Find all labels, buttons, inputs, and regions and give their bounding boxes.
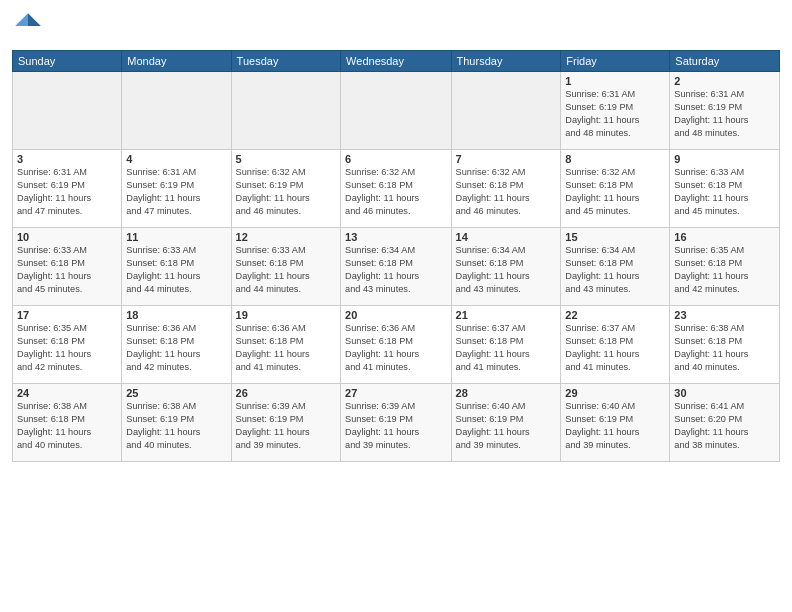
weekday-header-row: SundayMondayTuesdayWednesdayThursdayFrid… xyxy=(13,51,780,72)
day-cell: 19Sunrise: 6:36 AM Sunset: 6:18 PM Dayli… xyxy=(231,306,341,384)
day-info: Sunrise: 6:31 AM Sunset: 6:19 PM Dayligh… xyxy=(17,166,117,218)
day-number: 3 xyxy=(17,153,117,165)
day-number: 2 xyxy=(674,75,775,87)
day-cell: 9Sunrise: 6:33 AM Sunset: 6:18 PM Daylig… xyxy=(670,150,780,228)
day-cell: 17Sunrise: 6:35 AM Sunset: 6:18 PM Dayli… xyxy=(13,306,122,384)
week-row-2: 3Sunrise: 6:31 AM Sunset: 6:19 PM Daylig… xyxy=(13,150,780,228)
day-info: Sunrise: 6:39 AM Sunset: 6:19 PM Dayligh… xyxy=(236,400,337,452)
page-container: SundayMondayTuesdayWednesdayThursdayFrid… xyxy=(0,0,792,470)
day-info: Sunrise: 6:37 AM Sunset: 6:18 PM Dayligh… xyxy=(456,322,557,374)
day-info: Sunrise: 6:41 AM Sunset: 6:20 PM Dayligh… xyxy=(674,400,775,452)
day-info: Sunrise: 6:34 AM Sunset: 6:18 PM Dayligh… xyxy=(456,244,557,296)
day-number: 30 xyxy=(674,387,775,399)
day-cell: 6Sunrise: 6:32 AM Sunset: 6:18 PM Daylig… xyxy=(341,150,451,228)
day-cell: 28Sunrise: 6:40 AM Sunset: 6:19 PM Dayli… xyxy=(451,384,561,462)
day-number: 6 xyxy=(345,153,446,165)
day-info: Sunrise: 6:36 AM Sunset: 6:18 PM Dayligh… xyxy=(345,322,446,374)
weekday-header-saturday: Saturday xyxy=(670,51,780,72)
day-info: Sunrise: 6:33 AM Sunset: 6:18 PM Dayligh… xyxy=(236,244,337,296)
day-number: 17 xyxy=(17,309,117,321)
day-info: Sunrise: 6:40 AM Sunset: 6:19 PM Dayligh… xyxy=(456,400,557,452)
svg-marker-0 xyxy=(28,13,41,26)
day-cell: 8Sunrise: 6:32 AM Sunset: 6:18 PM Daylig… xyxy=(561,150,670,228)
day-info: Sunrise: 6:36 AM Sunset: 6:18 PM Dayligh… xyxy=(126,322,226,374)
day-cell xyxy=(13,72,122,150)
day-number: 29 xyxy=(565,387,665,399)
day-info: Sunrise: 6:31 AM Sunset: 6:19 PM Dayligh… xyxy=(126,166,226,218)
day-info: Sunrise: 6:34 AM Sunset: 6:18 PM Dayligh… xyxy=(345,244,446,296)
day-number: 1 xyxy=(565,75,665,87)
day-cell: 12Sunrise: 6:33 AM Sunset: 6:18 PM Dayli… xyxy=(231,228,341,306)
day-info: Sunrise: 6:38 AM Sunset: 6:19 PM Dayligh… xyxy=(126,400,226,452)
week-row-3: 10Sunrise: 6:33 AM Sunset: 6:18 PM Dayli… xyxy=(13,228,780,306)
weekday-header-wednesday: Wednesday xyxy=(341,51,451,72)
weekday-header-monday: Monday xyxy=(122,51,231,72)
week-row-5: 24Sunrise: 6:38 AM Sunset: 6:18 PM Dayli… xyxy=(13,384,780,462)
day-info: Sunrise: 6:31 AM Sunset: 6:19 PM Dayligh… xyxy=(674,88,775,140)
day-cell: 20Sunrise: 6:36 AM Sunset: 6:18 PM Dayli… xyxy=(341,306,451,384)
day-cell: 13Sunrise: 6:34 AM Sunset: 6:18 PM Dayli… xyxy=(341,228,451,306)
day-cell: 3Sunrise: 6:31 AM Sunset: 6:19 PM Daylig… xyxy=(13,150,122,228)
day-info: Sunrise: 6:35 AM Sunset: 6:18 PM Dayligh… xyxy=(674,244,775,296)
week-row-4: 17Sunrise: 6:35 AM Sunset: 6:18 PM Dayli… xyxy=(13,306,780,384)
day-cell: 23Sunrise: 6:38 AM Sunset: 6:18 PM Dayli… xyxy=(670,306,780,384)
day-cell: 21Sunrise: 6:37 AM Sunset: 6:18 PM Dayli… xyxy=(451,306,561,384)
day-number: 5 xyxy=(236,153,337,165)
week-row-1: 1Sunrise: 6:31 AM Sunset: 6:19 PM Daylig… xyxy=(13,72,780,150)
day-info: Sunrise: 6:31 AM Sunset: 6:19 PM Dayligh… xyxy=(565,88,665,140)
day-number: 16 xyxy=(674,231,775,243)
day-cell: 7Sunrise: 6:32 AM Sunset: 6:18 PM Daylig… xyxy=(451,150,561,228)
day-number: 19 xyxy=(236,309,337,321)
day-number: 8 xyxy=(565,153,665,165)
day-number: 11 xyxy=(126,231,226,243)
logo xyxy=(12,10,46,42)
day-cell: 2Sunrise: 6:31 AM Sunset: 6:19 PM Daylig… xyxy=(670,72,780,150)
calendar-table: SundayMondayTuesdayWednesdayThursdayFrid… xyxy=(12,50,780,462)
day-number: 10 xyxy=(17,231,117,243)
day-number: 21 xyxy=(456,309,557,321)
day-cell: 15Sunrise: 6:34 AM Sunset: 6:18 PM Dayli… xyxy=(561,228,670,306)
day-info: Sunrise: 6:32 AM Sunset: 6:18 PM Dayligh… xyxy=(345,166,446,218)
day-number: 7 xyxy=(456,153,557,165)
day-info: Sunrise: 6:32 AM Sunset: 6:19 PM Dayligh… xyxy=(236,166,337,218)
day-cell: 11Sunrise: 6:33 AM Sunset: 6:18 PM Dayli… xyxy=(122,228,231,306)
day-number: 15 xyxy=(565,231,665,243)
day-cell: 14Sunrise: 6:34 AM Sunset: 6:18 PM Dayli… xyxy=(451,228,561,306)
logo-icon xyxy=(12,10,44,42)
header xyxy=(12,10,780,42)
day-info: Sunrise: 6:38 AM Sunset: 6:18 PM Dayligh… xyxy=(17,400,117,452)
day-cell: 1Sunrise: 6:31 AM Sunset: 6:19 PM Daylig… xyxy=(561,72,670,150)
day-number: 24 xyxy=(17,387,117,399)
day-number: 4 xyxy=(126,153,226,165)
day-info: Sunrise: 6:33 AM Sunset: 6:18 PM Dayligh… xyxy=(674,166,775,218)
day-number: 22 xyxy=(565,309,665,321)
day-info: Sunrise: 6:34 AM Sunset: 6:18 PM Dayligh… xyxy=(565,244,665,296)
day-info: Sunrise: 6:33 AM Sunset: 6:18 PM Dayligh… xyxy=(126,244,226,296)
day-number: 14 xyxy=(456,231,557,243)
day-cell: 18Sunrise: 6:36 AM Sunset: 6:18 PM Dayli… xyxy=(122,306,231,384)
day-cell: 22Sunrise: 6:37 AM Sunset: 6:18 PM Dayli… xyxy=(561,306,670,384)
day-info: Sunrise: 6:35 AM Sunset: 6:18 PM Dayligh… xyxy=(17,322,117,374)
day-cell xyxy=(341,72,451,150)
day-number: 26 xyxy=(236,387,337,399)
day-number: 9 xyxy=(674,153,775,165)
day-info: Sunrise: 6:37 AM Sunset: 6:18 PM Dayligh… xyxy=(565,322,665,374)
day-info: Sunrise: 6:33 AM Sunset: 6:18 PM Dayligh… xyxy=(17,244,117,296)
day-cell xyxy=(122,72,231,150)
day-cell xyxy=(231,72,341,150)
weekday-header-tuesday: Tuesday xyxy=(231,51,341,72)
day-info: Sunrise: 6:32 AM Sunset: 6:18 PM Dayligh… xyxy=(456,166,557,218)
day-info: Sunrise: 6:38 AM Sunset: 6:18 PM Dayligh… xyxy=(674,322,775,374)
day-number: 20 xyxy=(345,309,446,321)
day-cell: 26Sunrise: 6:39 AM Sunset: 6:19 PM Dayli… xyxy=(231,384,341,462)
day-cell: 4Sunrise: 6:31 AM Sunset: 6:19 PM Daylig… xyxy=(122,150,231,228)
day-cell: 16Sunrise: 6:35 AM Sunset: 6:18 PM Dayli… xyxy=(670,228,780,306)
day-number: 27 xyxy=(345,387,446,399)
weekday-header-sunday: Sunday xyxy=(13,51,122,72)
day-cell xyxy=(451,72,561,150)
day-number: 28 xyxy=(456,387,557,399)
day-number: 12 xyxy=(236,231,337,243)
day-cell: 27Sunrise: 6:39 AM Sunset: 6:19 PM Dayli… xyxy=(341,384,451,462)
day-cell: 10Sunrise: 6:33 AM Sunset: 6:18 PM Dayli… xyxy=(13,228,122,306)
day-number: 18 xyxy=(126,309,226,321)
